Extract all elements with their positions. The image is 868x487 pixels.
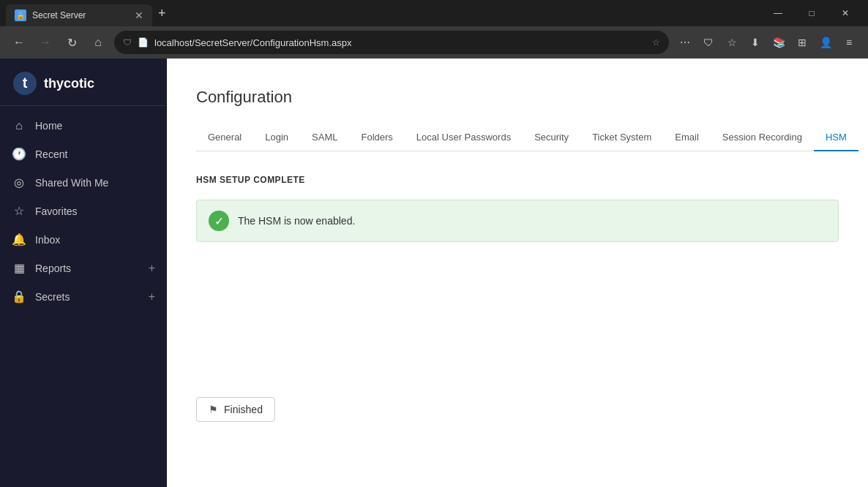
- flag-icon: ⚑: [209, 404, 218, 415]
- sidebar-item-label: Recent: [35, 148, 155, 160]
- svg-text:t: t: [23, 75, 28, 91]
- new-tab-button[interactable]: +: [158, 6, 166, 21]
- tab-login[interactable]: Login: [253, 124, 300, 151]
- tab-ticket-system[interactable]: Ticket System: [580, 124, 663, 151]
- download-icon[interactable]: ⬇: [745, 32, 766, 53]
- finished-button-label: Finished: [224, 404, 263, 415]
- secrets-icon: 🔒: [12, 290, 26, 303]
- bookmark-icon[interactable]: ☆: [652, 37, 660, 48]
- menu-button[interactable]: ⋯: [675, 32, 695, 53]
- minimize-button[interactable]: —: [761, 0, 795, 26]
- address-bar[interactable]: [154, 37, 646, 48]
- success-message: The HSM is now enabled.: [238, 215, 355, 227]
- tab-folders[interactable]: Folders: [349, 124, 404, 151]
- success-check-icon: ✓: [209, 211, 229, 231]
- sidebar-item-label: Shared With Me: [35, 177, 155, 189]
- sidebar-nav: ⌂ Home 🕐 Recent ◎ Shared With Me ☆ Favor…: [0, 106, 167, 487]
- star-action-icon[interactable]: ☆: [722, 32, 742, 53]
- recent-icon: 🕐: [12, 147, 26, 161]
- forward-button[interactable]: →: [35, 32, 56, 53]
- page-icon: 📄: [138, 37, 149, 48]
- reports-icon: ▦: [12, 261, 26, 275]
- library-icon[interactable]: 📚: [768, 32, 789, 53]
- thycotic-logo-icon: t: [12, 70, 38, 97]
- tab-favicon: 🔒: [15, 10, 26, 21]
- favorites-icon: ☆: [12, 204, 26, 218]
- sidebar: t thycotic ⌂ Home 🕐 Recent ◎ Shared With…: [0, 58, 167, 487]
- browser-actions: ⋯ 🛡 ☆ ⬇ 📚 ⊞ 👤 ≡: [675, 32, 859, 53]
- tab-local-user-passwords[interactable]: Local User Passwords: [405, 124, 523, 151]
- profile-icon[interactable]: 👤: [815, 32, 836, 53]
- home-icon: ⌂: [12, 119, 26, 132]
- secrets-plus-icon[interactable]: +: [149, 290, 155, 303]
- sidebar-item-shared[interactable]: ◎ Shared With Me: [0, 168, 167, 197]
- back-button[interactable]: ←: [9, 32, 29, 53]
- address-bar-container: 🛡 📄 ☆: [114, 31, 669, 54]
- browser-tab[interactable]: 🔒 Secret Server ✕: [6, 4, 152, 26]
- sidebar-item-home[interactable]: ⌂ Home: [0, 112, 167, 140]
- success-banner: ✓ The HSM is now enabled.: [196, 200, 839, 242]
- tab-security[interactable]: Security: [523, 124, 580, 151]
- tab-close-button[interactable]: ✕: [135, 10, 143, 21]
- reports-plus-icon[interactable]: +: [149, 262, 155, 275]
- window-controls: — □ ✕: [761, 0, 862, 26]
- tab-title: Secret Server: [32, 10, 86, 20]
- refresh-button[interactable]: ↻: [61, 32, 82, 53]
- tab-session-recording[interactable]: Session Recording: [711, 124, 814, 151]
- spacer: [196, 265, 839, 397]
- settings-icon[interactable]: ≡: [839, 32, 859, 53]
- sidebar-item-reports[interactable]: ▦ Reports +: [0, 254, 167, 282]
- app-body: t thycotic ⌂ Home 🕐 Recent ◎ Shared With…: [0, 58, 868, 487]
- sidebar-item-label: Home: [35, 120, 155, 132]
- browser-frame: 🔒 Secret Server ✕ + — □ ✕ ← → ↻ ⌂ 🛡 📄 ☆ …: [0, 0, 868, 487]
- tab-general[interactable]: General: [196, 124, 253, 151]
- shield-action-icon[interactable]: 🛡: [698, 32, 719, 53]
- tab-hsm[interactable]: HSM: [814, 124, 858, 151]
- content-inner: Configuration General Login SAML Folders…: [167, 58, 868, 451]
- finished-button[interactable]: ⚑ Finished: [196, 397, 275, 422]
- browser-controls: ← → ↻ ⌂ 🛡 📄 ☆ ⋯ 🛡 ☆ ⬇ 📚 ⊞ 👤 ≡: [0, 26, 868, 58]
- sidebar-item-label: Inbox: [35, 234, 155, 246]
- tab-saml[interactable]: SAML: [300, 124, 349, 151]
- split-icon[interactable]: ⊞: [792, 32, 812, 53]
- page-title: Configuration: [196, 88, 839, 107]
- logo-text: thycotic: [44, 76, 94, 91]
- security-icon: 🛡: [123, 37, 132, 48]
- main-content: Configuration General Login SAML Folders…: [167, 58, 868, 487]
- sidebar-item-label: Reports: [35, 263, 140, 274]
- sidebar-item-label: Secrets: [35, 291, 140, 303]
- tab-email[interactable]: Email: [663, 124, 711, 151]
- sidebar-logo: t thycotic: [0, 58, 167, 106]
- sidebar-item-recent[interactable]: 🕐 Recent: [0, 140, 167, 168]
- maximize-button[interactable]: □: [795, 0, 828, 26]
- sidebar-item-favorites[interactable]: ☆ Favorites: [0, 197, 167, 225]
- browser-titlebar: 🔒 Secret Server ✕ + — □ ✕: [0, 0, 868, 26]
- hsm-section: HSM SETUP COMPLETE ✓ The HSM is now enab…: [196, 175, 839, 422]
- sidebar-item-inbox[interactable]: 🔔 Inbox: [0, 225, 167, 254]
- inbox-icon: 🔔: [12, 233, 26, 246]
- close-button[interactable]: ✕: [828, 0, 862, 26]
- config-tab-bar: General Login SAML Folders Local User Pa…: [196, 124, 839, 151]
- home-nav-button[interactable]: ⌂: [88, 32, 108, 53]
- sidebar-item-label: Favorites: [35, 205, 155, 217]
- hsm-section-title: HSM SETUP COMPLETE: [196, 175, 839, 185]
- sidebar-item-secrets[interactable]: 🔒 Secrets +: [0, 282, 167, 311]
- shared-icon: ◎: [12, 175, 26, 189]
